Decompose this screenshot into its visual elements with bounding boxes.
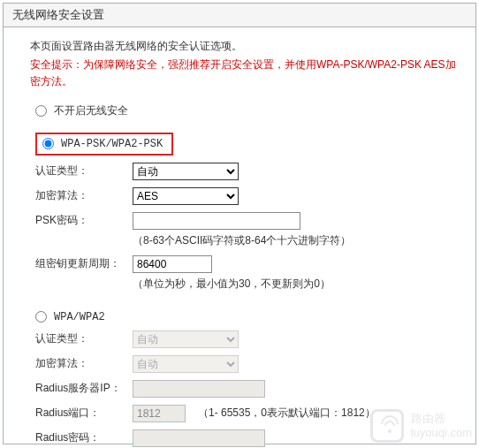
radius-ip-input[interactable]: [133, 380, 265, 398]
wpa-enc-label: 加密算法：: [35, 356, 133, 371]
watermark-text: 路由器 luyouqi.com: [411, 412, 472, 439]
wpa-auth-label: 认证类型：: [35, 331, 133, 346]
radius-pwd-label: Radius密码：: [35, 430, 133, 445]
radio-psk[interactable]: [42, 138, 54, 149]
radius-ip-label: Radius服务器IP：: [35, 381, 133, 396]
radius-pwd-input[interactable]: [133, 429, 265, 447]
radius-port-input[interactable]: [133, 405, 186, 422]
psk-enc-select[interactable]: AES: [133, 187, 239, 205]
option-none-row: 不开启无线安全: [35, 103, 458, 118]
radio-wpa[interactable]: [35, 311, 47, 323]
psk-pwd-input[interactable]: [133, 212, 300, 230]
psk-auth-label: 认证类型：: [35, 163, 133, 178]
radius-port-label: Radius端口：: [35, 406, 133, 421]
option-wpa-row: WPA/WPA2: [35, 311, 458, 323]
psk-groupkey-label: 组密钥更新周期：: [35, 256, 133, 271]
radio-wpa-label: WPA/WPA2: [54, 311, 105, 323]
panel-content: 本页面设置路由器无线网络的安全认证选项。 安全提示：为保障网络安全，强烈推荐开启…: [4, 27, 475, 448]
option-psk-section: WPA-PSK/WPA2-PSK 认证类型： 自动 加密算法： AES PSK密…: [35, 133, 458, 292]
psk-pwd-hint: （8-63个ASCII码字符或8-64个十六进制字符）: [133, 233, 458, 248]
intro-text: 本页面设置路由器无线网络的安全认证选项。: [30, 38, 458, 55]
radio-psk-label: WPA-PSK/WPA2-PSK: [61, 138, 163, 150]
radio-none-label: 不开启无线安全: [54, 103, 128, 118]
wpa-enc-select[interactable]: 自动: [133, 355, 239, 373]
radio-none[interactable]: [35, 105, 47, 117]
psk-pwd-label: PSK密码：: [35, 213, 133, 228]
psk-enc-label: 加密算法：: [35, 188, 133, 203]
psk-groupkey-input[interactable]: [133, 255, 212, 273]
watermark: 路由器 luyouqi.com: [370, 409, 472, 443]
psk-auth-select[interactable]: 自动: [133, 163, 239, 180]
psk-groupkey-hint: （单位为秒，最小值为30，不更新则为0）: [133, 277, 458, 292]
wpa-auth-select[interactable]: 自动: [133, 330, 239, 348]
wireless-security-panel: 无线网络安全设置 本页面设置路由器无线网络的安全认证选项。 安全提示：为保障网络…: [3, 3, 476, 444]
security-warning: 安全提示：为保障网络安全，强烈推荐开启安全设置，并使用WPA-PSK/WPA2-…: [30, 57, 458, 90]
psk-highlight: WPA-PSK/WPA2-PSK: [35, 133, 173, 156]
radius-port-hint: （1- 65535，0表示默认端口：1812）: [198, 406, 376, 421]
panel-title: 无线网络安全设置: [4, 4, 475, 27]
router-icon: [370, 409, 404, 443]
